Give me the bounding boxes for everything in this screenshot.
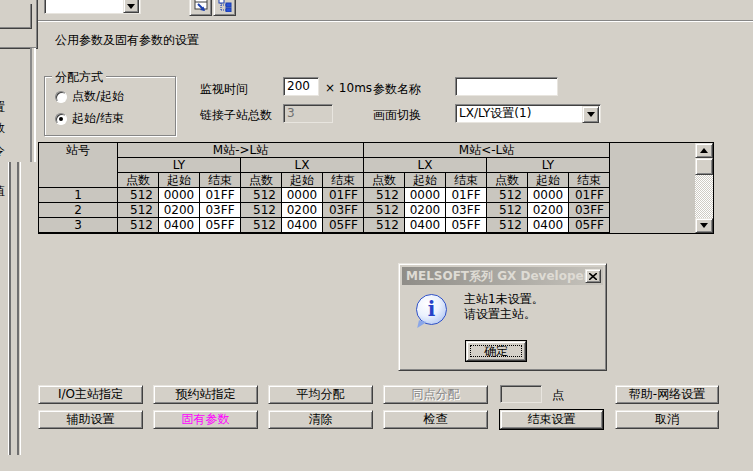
table-cell[interactable]: 01FF — [446, 188, 487, 203]
radio-icon — [55, 113, 67, 125]
table-header-direction: M站<-L站 — [364, 143, 610, 158]
table-station-cell: 3 — [39, 218, 118, 233]
table-cell[interactable]: 0400 — [405, 218, 446, 233]
table-cell: 512 — [241, 218, 282, 233]
combobox-dropdown-button[interactable] — [123, 0, 139, 13]
finish-button[interactable]: 结束设置 — [500, 410, 603, 429]
message-text: 主站1未设置。 请设置主站。 — [464, 292, 544, 322]
link-stations-label: 链接子站总数 — [200, 107, 272, 124]
cancel-button[interactable]: 取消 — [615, 410, 719, 429]
table-cell[interactable]: 05FF — [200, 218, 241, 233]
table-header-sub: 起始 — [528, 173, 569, 188]
check-button[interactable]: 检查 — [383, 410, 488, 429]
radio-option-points-start[interactable]: 点数/起始 — [55, 88, 124, 105]
table-header-sub: 结束 — [569, 173, 610, 188]
table-header-signal: LX — [241, 158, 364, 173]
table-cell: 03FF — [569, 203, 610, 218]
scrollbar-up-button[interactable] — [695, 143, 713, 158]
aux-settings-button[interactable]: 辅助设置 — [38, 410, 143, 429]
table-cell: 512 — [364, 188, 405, 203]
table-cell[interactable]: 03FF — [446, 203, 487, 218]
watch-time-input[interactable]: 200 — [283, 77, 319, 96]
table-cell[interactable]: 0000 — [282, 188, 323, 203]
table-vertical-scrollbar[interactable] — [695, 143, 713, 233]
radio-label: 起始/结束 — [72, 110, 124, 127]
close-button[interactable] — [585, 269, 601, 283]
intrinsic-params-button[interactable]: 固有参数 — [153, 410, 258, 429]
message-line: 主站1未设置。 — [464, 292, 544, 307]
toolbar-button-network[interactable] — [213, 0, 236, 16]
background-text-fragment: 数 — [0, 120, 6, 134]
reserved-station-button[interactable]: 预约站指定 — [153, 385, 258, 404]
io-master-button[interactable]: I/O主站指定 — [38, 385, 143, 404]
clear-button[interactable]: 清除 — [268, 410, 373, 429]
toolbar-combobox[interactable] — [44, 0, 141, 14]
table-cell[interactable]: 0400 — [528, 218, 569, 233]
toolbar-button-cascade[interactable] — [189, 0, 212, 16]
allocation-groupbox: 分配方式 点数/起始 起始/结束 — [44, 76, 176, 136]
message-line: 请设置主站。 — [464, 307, 544, 322]
table-header-sub: 点数 — [241, 173, 282, 188]
table-station-cell: 1 — [39, 188, 118, 203]
table-header-signal: LY — [487, 158, 610, 173]
table-cell: 512 — [118, 203, 159, 218]
ok-button[interactable]: 确定 — [466, 341, 526, 361]
screen-switch-combobox[interactable]: LX/LY设置(1) — [455, 104, 601, 123]
table-filler-area — [610, 143, 695, 233]
table-cell[interactable]: 0000 — [159, 188, 200, 203]
table-cell: 05FF — [569, 218, 610, 233]
table-cell[interactable]: 0000 — [405, 188, 446, 203]
watch-time-label: 监视时间 — [200, 81, 248, 98]
message-dialog-titlebar: MELSOFT系列 GX Developer — [402, 267, 603, 285]
arrow-down-icon — [700, 223, 708, 228]
table-cell: 512 — [118, 188, 159, 203]
screen: 置 数 令 值 公用参数及固有参数的设置 分配方式 点数/起始 起始/结束 监视… — [0, 0, 753, 471]
table-cell[interactable]: 0200 — [528, 203, 569, 218]
scrollbar-down-button[interactable] — [695, 218, 713, 233]
table-cell: 01FF — [323, 188, 364, 203]
background-window-edge-top — [30, 48, 36, 162]
table-header-sub: 结束 — [200, 173, 241, 188]
allocation-group-label: 分配方式 — [52, 69, 106, 86]
table-cell: 512 — [364, 218, 405, 233]
table-cell[interactable]: 01FF — [200, 188, 241, 203]
screen-switch-dropdown-button[interactable] — [582, 106, 599, 123]
melsoft-message-dialog: MELSOFT系列 GX Developer i 主站1未设置。 请设置主站。 … — [398, 263, 607, 371]
table-cell[interactable]: 0200 — [405, 203, 446, 218]
help-network-button[interactable]: 帮助-网络设置 — [615, 385, 719, 404]
table-header-sub: 起始 — [282, 173, 323, 188]
table-cell: 03FF — [323, 203, 364, 218]
table-cell: 512 — [241, 203, 282, 218]
table-cell[interactable]: 0000 — [528, 188, 569, 203]
scrollbar-thumb[interactable] — [695, 158, 713, 175]
message-dialog-title: MELSOFT系列 GX Developer — [406, 269, 590, 283]
equal-alloc-button[interactable]: 平均分配 — [268, 385, 373, 404]
table-cell[interactable]: 0200 — [282, 203, 323, 218]
param-name-input[interactable] — [455, 77, 558, 96]
param-name-label: 参数名称 — [373, 81, 421, 98]
table-header-direction: M站->L站 — [118, 143, 364, 158]
table-header-station: 站号 — [39, 143, 118, 188]
table-header-sub: 点数 — [364, 173, 405, 188]
table-cell: 512 — [487, 188, 528, 203]
table-cell[interactable]: 03FF — [200, 203, 241, 218]
network-tree-icon — [218, 0, 232, 12]
table-cell[interactable]: 0400 — [159, 218, 200, 233]
table-cell: 512 — [364, 203, 405, 218]
table-cell: 512 — [118, 218, 159, 233]
link-stations-value: 3 — [287, 106, 295, 120]
table-cell: 512 — [487, 203, 528, 218]
table-cell[interactable]: 0400 — [282, 218, 323, 233]
radio-option-start-end[interactable]: 起始/结束 — [55, 110, 124, 127]
table-header-signal: LY — [118, 158, 241, 173]
table-cell[interactable]: 05FF — [446, 218, 487, 233]
table-cell: 01FF — [569, 188, 610, 203]
table-cell[interactable]: 0200 — [159, 203, 200, 218]
chevron-down-icon — [127, 4, 135, 9]
table-header-sub: 结束 — [446, 173, 487, 188]
watch-time-unit-label: × 10ms — [325, 81, 372, 95]
table-header-sub: 起始 — [159, 173, 200, 188]
table-cell: 512 — [241, 188, 282, 203]
table-header-sub: 起始 — [405, 173, 446, 188]
table-header-sub: 结束 — [323, 173, 364, 188]
